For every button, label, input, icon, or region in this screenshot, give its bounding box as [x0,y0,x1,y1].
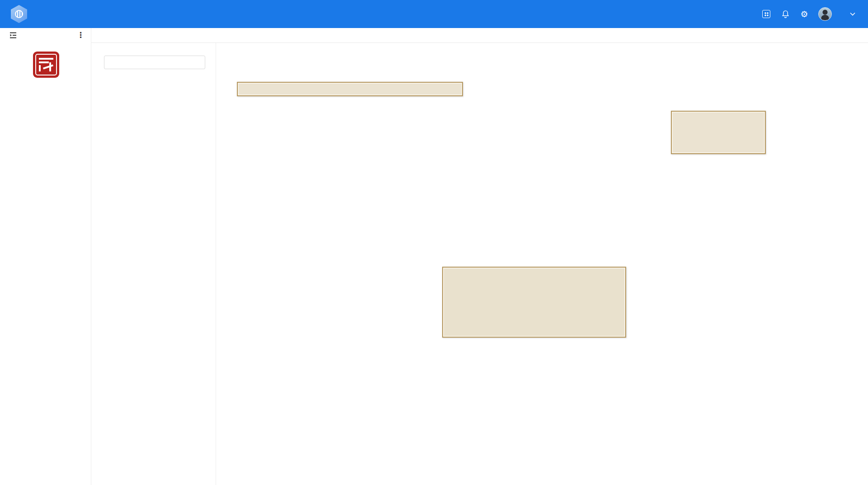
org-logo [33,52,59,78]
scada-canvas [216,43,868,485]
app-logo-icon [11,5,27,23]
app-root: ⚙ ⋮ [0,0,868,485]
weather-bar [237,82,463,96]
tab-bar [91,28,868,43]
sidebar-top-row: ⋮ [0,28,91,43]
sidebar-collapse-icon[interactable] [9,32,17,41]
energy-summary-box [671,111,766,154]
bell-icon[interactable] [780,9,790,19]
header-actions: ⚙ [678,7,868,21]
apps-grid-icon[interactable] [761,9,771,19]
header-brand [0,5,190,23]
avatar[interactable] [818,7,832,21]
kebab-menu-icon[interactable]: ⋮ [77,30,85,40]
app-header: ⚙ [0,0,868,28]
control-panel [442,267,626,338]
chevron-down-icon[interactable] [850,12,855,16]
sidebar: ⋮ [0,28,91,485]
tree-panel [91,43,216,485]
search-input[interactable] [104,56,205,69]
gear-icon[interactable]: ⚙ [799,9,809,19]
